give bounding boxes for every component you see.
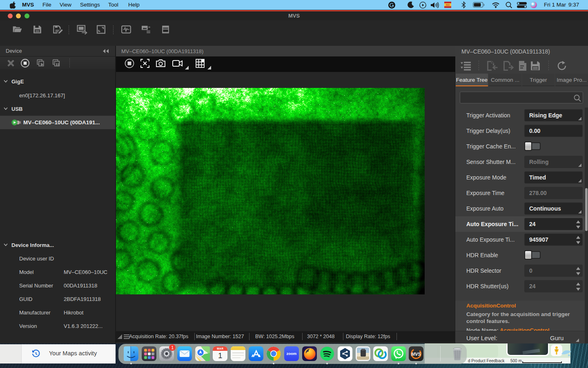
svg-text:ISO: ISO xyxy=(446,4,450,6)
svg-text:MVS: MVS xyxy=(411,352,421,357)
